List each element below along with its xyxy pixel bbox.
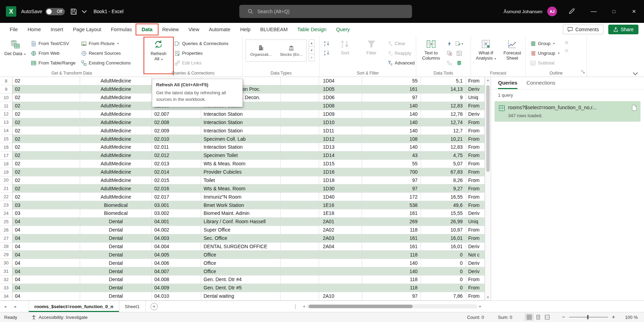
- accessibility-checker[interactable]: Accessibility: Investigate: [31, 315, 88, 320]
- row-number[interactable]: 9: [0, 85, 12, 94]
- cell[interactable]: 04: [12, 243, 80, 251]
- cell[interactable]: AdultMedicine: [80, 118, 152, 127]
- normal-view-button[interactable]: [525, 313, 534, 321]
- cell[interactable]: 140: [362, 118, 421, 127]
- row-number[interactable]: 11: [0, 102, 12, 110]
- cell[interactable]: 02: [12, 77, 80, 85]
- cell[interactable]: [281, 118, 319, 127]
- from-table-range-button[interactable]: From Table/Range: [29, 59, 77, 67]
- ribbon-tab-home[interactable]: Home: [23, 23, 46, 36]
- ribbon-tab-automate[interactable]: Automate: [204, 23, 235, 36]
- sort-descending-button[interactable]: Z A: [323, 49, 331, 57]
- cell[interactable]: 140: [362, 143, 421, 151]
- zoom-slider-thumb[interactable]: [587, 315, 589, 319]
- row-number[interactable]: 15: [0, 135, 12, 143]
- cell[interactable]: Wts & Meas. Room: [201, 184, 281, 193]
- add-sheet-button[interactable]: +: [151, 303, 158, 310]
- properties-button[interactable]: Properties: [173, 49, 230, 58]
- cell[interactable]: 04.006: [152, 259, 201, 267]
- cell[interactable]: 1E16: [319, 201, 362, 209]
- cell[interactable]: 0: [421, 276, 466, 284]
- cell[interactable]: [281, 143, 319, 151]
- horizontal-scrollbar[interactable]: ◄ ►: [301, 301, 483, 312]
- cell[interactable]: [281, 184, 319, 193]
- recent-sources-button[interactable]: Recent Sources: [79, 49, 132, 58]
- cell[interactable]: Not c: [466, 251, 485, 259]
- cell[interactable]: From: [466, 176, 485, 185]
- cell[interactable]: Dental: [80, 267, 152, 276]
- cell[interactable]: 5,1: [421, 77, 466, 85]
- cell[interactable]: AdultMedicine: [80, 168, 152, 176]
- text-to-columns-button[interactable]: Text to Columns: [419, 38, 443, 70]
- filter-button[interactable]: Filter: [359, 38, 384, 70]
- cell[interactable]: Provider Cubicles: [201, 168, 281, 176]
- existing-connections-button[interactable]: Existing Connections: [79, 59, 132, 67]
- cell[interactable]: 12,83: [421, 102, 466, 110]
- cell[interactable]: Deriv: [466, 259, 485, 267]
- cell[interactable]: [281, 243, 319, 251]
- cell[interactable]: 118: [362, 284, 421, 292]
- ribbon-tab-data[interactable]: Data: [137, 23, 157, 36]
- cell[interactable]: [281, 94, 319, 102]
- cell[interactable]: Specimen Toilet: [201, 151, 281, 160]
- horizontal-scroll-thumb[interactable]: [309, 305, 413, 308]
- cell[interactable]: 49,6: [421, 201, 466, 209]
- cell[interactable]: 1D11: [319, 127, 362, 135]
- cell[interactable]: Interaction Station: [201, 118, 281, 127]
- cell[interactable]: 172: [362, 193, 421, 201]
- cell[interactable]: 1D04: [319, 77, 362, 85]
- cell[interactable]: [281, 176, 319, 185]
- excel-logo-icon[interactable]: X: [6, 6, 16, 17]
- comments-button[interactable]: Comments: [563, 25, 603, 34]
- cell[interactable]: 02.010: [152, 135, 201, 143]
- cell[interactable]: 0: [421, 259, 466, 267]
- cell[interactable]: 2A01: [319, 218, 362, 226]
- ribbon-tab-table-design[interactable]: Table Design: [292, 23, 331, 36]
- show-detail-button[interactable]: ⊞: [563, 39, 570, 46]
- cell[interactable]: 140: [362, 267, 421, 276]
- cell[interactable]: 161: [362, 243, 421, 251]
- cell[interactable]: 67,83: [421, 168, 466, 176]
- cell[interactable]: 0: [421, 284, 466, 292]
- cell[interactable]: [281, 151, 319, 160]
- cell[interactable]: [281, 193, 319, 201]
- save-icon[interactable]: [70, 8, 77, 15]
- data-type-stocks[interactable]: Stocks (En...: [276, 40, 306, 61]
- zoom-out-button[interactable]: −: [560, 314, 567, 320]
- cell[interactable]: From: [466, 143, 485, 151]
- cell[interactable]: Specimen Coll. Lab: [201, 135, 281, 143]
- cell[interactable]: 1D06: [319, 94, 362, 102]
- cell[interactable]: 269: [362, 218, 421, 226]
- cell[interactable]: 10,87: [421, 226, 466, 234]
- cell[interactable]: 140: [362, 259, 421, 267]
- cell[interactable]: [319, 284, 362, 292]
- cell[interactable]: 1D30: [319, 184, 362, 193]
- collapse-ribbon-icon[interactable]: [633, 70, 638, 75]
- what-if-analysis-button[interactable]: What-If Analysis ▾: [474, 38, 498, 70]
- cell[interactable]: 7,86: [421, 292, 466, 301]
- edit-links-button[interactable]: Edit Links: [173, 59, 230, 67]
- cell[interactable]: 04: [12, 218, 80, 226]
- cell[interactable]: 04.004: [152, 243, 201, 251]
- gallery-up-icon[interactable]: ▲: [309, 40, 315, 47]
- cell[interactable]: From: [466, 151, 485, 160]
- share-button[interactable]: Share: [608, 25, 638, 34]
- sheet-nav-left-icon[interactable]: ◄: [0, 301, 10, 312]
- cell[interactable]: Super Office: [201, 226, 281, 234]
- zoom-slider[interactable]: [569, 317, 608, 317]
- cell[interactable]: AdultMedicine: [80, 77, 152, 85]
- row-number[interactable]: 8: [0, 77, 12, 85]
- cell[interactable]: 04.008: [152, 276, 201, 284]
- ink-pen-icon[interactable]: [568, 7, 576, 16]
- cell[interactable]: 02: [12, 127, 80, 135]
- cell[interactable]: Dental: [80, 259, 152, 267]
- cell[interactable]: 02: [12, 135, 80, 143]
- cell[interactable]: 1D05: [319, 85, 362, 94]
- cell[interactable]: AdultMedicine: [80, 135, 152, 143]
- cell[interactable]: 1D40: [319, 193, 362, 201]
- cell[interactable]: [319, 267, 362, 276]
- cell[interactable]: AdultMedicine: [80, 184, 152, 193]
- cell[interactable]: Uniq: [466, 218, 485, 226]
- cell[interactable]: 04: [12, 251, 80, 259]
- cell[interactable]: 12,78: [421, 110, 466, 119]
